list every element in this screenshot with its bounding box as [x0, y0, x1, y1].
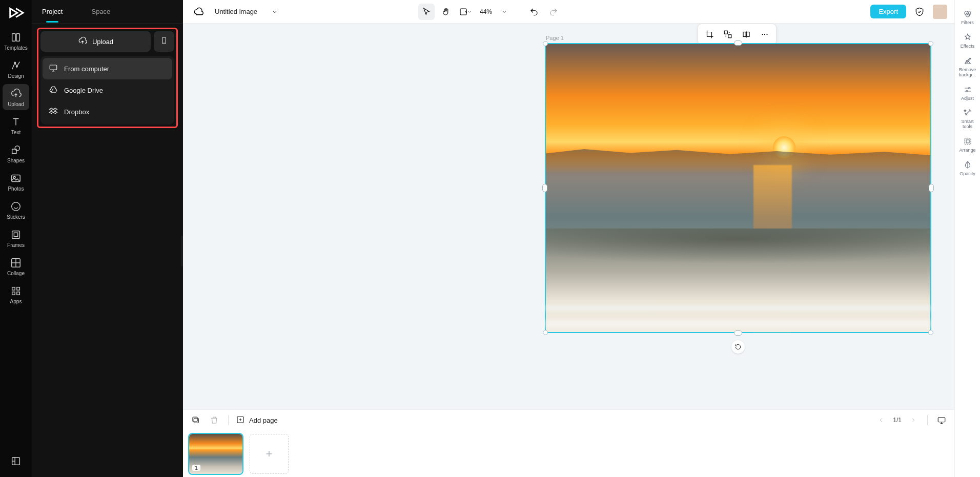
svg-rect-37 [966, 140, 969, 143]
source-label: Dropbox [64, 108, 89, 116]
svg-point-24 [762, 34, 763, 35]
tool-upload[interactable]: Upload [3, 84, 29, 110]
page-counter: 1/1 [893, 417, 902, 424]
svg-rect-0 [12, 34, 15, 42]
next-page-button [907, 413, 920, 427]
rotate-handle[interactable] [731, 340, 745, 354]
resize-handle-b[interactable] [734, 330, 742, 336]
source-label: Google Drive [64, 87, 103, 94]
redo-button[interactable] [545, 4, 562, 20]
hand-tool[interactable] [438, 4, 454, 20]
source-from-computer[interactable]: From computer [43, 58, 172, 79]
source-dropbox[interactable]: Dropbox [43, 101, 172, 122]
upload-button-label: Upload [92, 38, 113, 46]
upload-panel-highlight: Upload From computer Google Drive Dropbo… [37, 28, 178, 128]
flip-button[interactable] [739, 27, 753, 42]
page-thumbnail-1[interactable]: 1 [189, 434, 242, 474]
cloud-sync-icon[interactable] [190, 4, 207, 20]
rtool-remove-bg[interactable]: Remove backgr... [957, 52, 978, 81]
svg-rect-10 [14, 233, 17, 236]
svg-point-35 [966, 90, 968, 92]
canvas-image-content [546, 229, 930, 332]
upload-cloud-icon [78, 36, 87, 47]
tool-templates[interactable]: Templates [3, 28, 29, 54]
upload-button[interactable]: Upload [40, 31, 151, 52]
svg-point-8 [12, 202, 21, 211]
svg-point-26 [766, 34, 767, 35]
resize-handle-l[interactable] [542, 184, 547, 192]
export-button[interactable]: Export [870, 5, 906, 18]
svg-point-34 [968, 87, 970, 89]
resize-handle-r[interactable] [929, 184, 934, 192]
duplicate-page-button[interactable] [189, 413, 202, 427]
crop-button[interactable] [702, 27, 717, 42]
tab-space[interactable]: Space [91, 1, 110, 23]
rtool-filters[interactable]: Filters [957, 5, 978, 29]
rtool-opacity[interactable]: Opacity [957, 156, 978, 180]
tool-label: Collage [7, 271, 25, 276]
svg-rect-20 [724, 31, 727, 34]
resize-handle-bl[interactable] [543, 330, 548, 335]
svg-point-25 [764, 34, 765, 35]
cursor-tool[interactable] [418, 4, 435, 20]
rtool-adjust[interactable]: Adjust [957, 81, 978, 105]
tab-project[interactable]: Project [42, 1, 63, 23]
more-button[interactable] [758, 27, 772, 42]
tool-design[interactable]: Design [3, 56, 29, 82]
title-dropdown[interactable] [267, 4, 283, 20]
shield-icon[interactable] [911, 4, 928, 20]
tool-bottom-collage[interactable] [3, 451, 29, 472]
svg-rect-28 [193, 417, 197, 422]
canvas-page[interactable] [545, 43, 931, 333]
replace-button[interactable] [721, 27, 735, 42]
resize-handle-tl[interactable] [543, 41, 548, 46]
svg-rect-14 [12, 292, 15, 295]
page-label: Page 1 [546, 35, 564, 41]
tool-label: Templates [4, 45, 28, 51]
svg-rect-12 [12, 287, 15, 291]
thumbnail-number: 1 [192, 465, 200, 471]
resize-handle-br[interactable] [928, 330, 933, 335]
canvas-image-content [546, 148, 930, 176]
tool-label: Shapes [7, 158, 25, 163]
rtool-smart-tools[interactable]: Smart tools [957, 104, 978, 133]
resize-handle-t[interactable] [734, 40, 742, 46]
rtool-effects[interactable]: Effects [957, 29, 978, 52]
rtool-label: Smart tools [957, 119, 978, 130]
svg-rect-9 [12, 231, 20, 239]
svg-rect-30 [938, 418, 945, 422]
canvas-size-menu[interactable] [457, 4, 474, 20]
zoom-level[interactable]: 44% [480, 8, 492, 15]
tool-stickers[interactable]: Stickers [3, 197, 29, 223]
export-label: Export [879, 8, 898, 15]
upload-from-phone-button[interactable] [154, 31, 174, 52]
tab-label: Project [42, 8, 63, 15]
tool-label: Apps [10, 299, 22, 304]
plus-icon: + [266, 447, 273, 461]
undo-button[interactable] [526, 4, 542, 20]
svg-point-5 [15, 146, 19, 151]
document-title[interactable]: Untitled image [215, 8, 257, 15]
zoom-dropdown[interactable] [496, 4, 513, 20]
tool-photos[interactable]: Photos [3, 169, 29, 195]
tool-collage[interactable]: Collage [3, 253, 29, 279]
add-page-thumbnail[interactable]: + [250, 434, 289, 474]
resize-handle-tr[interactable] [928, 41, 933, 46]
source-google-drive[interactable]: Google Drive [43, 79, 172, 101]
tool-text[interactable]: Text [3, 112, 29, 138]
add-page-button[interactable]: Add page [236, 415, 278, 426]
tool-label: Photos [8, 186, 24, 192]
add-page-label: Add page [249, 417, 278, 424]
svg-rect-13 [17, 287, 20, 291]
add-page-icon [236, 415, 245, 426]
tool-shapes[interactable]: Shapes [3, 140, 29, 167]
rtool-label: Adjust [961, 96, 974, 101]
monitor-icon [49, 64, 58, 74]
tool-frames[interactable]: Frames [3, 225, 29, 251]
presentation-mode-button[interactable] [935, 413, 948, 427]
phone-icon [160, 36, 168, 47]
user-avatar[interactable] [933, 5, 947, 19]
app-logo[interactable] [7, 4, 25, 22]
rtool-arrange[interactable]: Arrange [957, 133, 978, 156]
tool-apps[interactable]: Apps [3, 281, 29, 307]
